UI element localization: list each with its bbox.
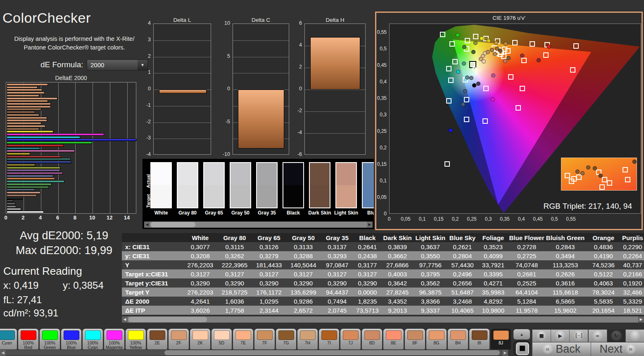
de-formula-dropdown[interactable]: 2000 ▼	[87, 59, 148, 71]
patch-button-8f[interactable]: 8F	[405, 329, 425, 349]
table-cell: 0,2728	[509, 242, 545, 251]
patch-button-8j[interactable]: 8J	[491, 329, 511, 349]
column-header: Gray 65	[252, 233, 286, 242]
table-cell: 0,3262	[217, 251, 252, 260]
scroll-left-icon[interactable]: ◀	[144, 222, 150, 228]
table-cell: 0,4003	[381, 269, 414, 278]
deltae-bar	[7, 161, 71, 163]
gridline	[154, 73, 211, 73]
swatch-label: Gray 80	[174, 210, 201, 216]
measured-dot	[487, 39, 491, 43]
table-cell: 0,3127	[217, 269, 252, 278]
target-square-marker	[444, 161, 450, 167]
table-cell: 0,7494	[321, 297, 354, 306]
patch-button-5d[interactable]: 5D	[211, 329, 232, 349]
chevron-left-icon: «	[543, 344, 553, 354]
swatch-label: Gray 50	[227, 210, 254, 216]
patch-button-100-green[interactable]: 100% Green	[40, 329, 60, 349]
play-button[interactable]: ▶	[551, 330, 569, 342]
scroll-left-icon[interactable]: ◀	[122, 316, 128, 323]
patch-button-2f[interactable]: 2F	[169, 329, 189, 349]
measured-dot	[491, 97, 495, 101]
table-cell: 35,9983	[478, 288, 508, 297]
patch-button-8d[interactable]: 8D	[362, 329, 382, 349]
patch-button-8g[interactable]: 8G	[426, 329, 447, 349]
x-tick-label: 12	[103, 215, 116, 221]
swatch-target	[363, 185, 374, 207]
measured-dot	[476, 82, 480, 86]
next-button[interactable]: Next »	[591, 342, 644, 356]
scroll-left-icon[interactable]: ◀	[0, 350, 6, 356]
deltae-x-axis: 02468101214	[6, 215, 142, 221]
swatch-scrollbar[interactable]: ◀ ▶	[144, 222, 373, 228]
x-tick-label: 2	[17, 215, 29, 221]
table-cell: 78,3024	[586, 288, 622, 297]
patch-button-100-magenta[interactable]: 100% Magenta	[104, 329, 124, 349]
x-tick-label: 10	[86, 215, 98, 221]
scroll-right-icon[interactable]: ▶	[367, 222, 373, 228]
deltae-bar	[7, 191, 40, 194]
patch-button-2k[interactable]: 2K	[190, 329, 210, 349]
patch-button-100-red[interactable]: 100% Red	[18, 329, 38, 349]
back-button[interactable]: « Back	[532, 342, 591, 356]
table-scrollbar-thumb[interactable]	[128, 317, 207, 322]
patch-button-7h[interactable]: 7H	[297, 329, 318, 349]
gridline	[233, 57, 289, 57]
patch-button-7g[interactable]: 7G	[276, 329, 296, 349]
table-cell: 5,1284	[509, 297, 545, 306]
column-header: Bluish Green	[545, 233, 586, 242]
table-cell: 96,3875	[414, 288, 447, 297]
patch-button-100-yellow[interactable]: 100% Yellow	[126, 329, 146, 349]
chevron-down-icon[interactable]: ▼	[138, 60, 147, 70]
inset-measured-dot	[632, 160, 637, 164]
toolbar-scrollbar-thumb[interactable]	[164, 350, 500, 355]
y-tick-label: -4	[139, 151, 151, 157]
swatch-target	[231, 185, 250, 207]
table-cell: 2,6572	[286, 306, 321, 315]
patch-button-cyan[interactable]: Cyan	[0, 329, 17, 349]
column-header: Black	[354, 233, 381, 242]
swatch-actual	[310, 163, 330, 185]
patch-button-100-blue[interactable]: 100% Blue	[61, 329, 81, 349]
table-row: y: CIE310,32080,32620,32790,32880,32930,…	[122, 251, 644, 260]
x-tick-label: 0,25	[463, 216, 480, 222]
table-cell: 1,6036	[217, 297, 252, 306]
range-button[interactable]: [··]	[569, 330, 588, 342]
patch-button-8h[interactable]: 8H	[448, 329, 468, 349]
display-mode-button[interactable]	[513, 341, 530, 356]
gridline	[75, 83, 76, 213]
patch-button-2e[interactable]: 2E	[147, 329, 167, 349]
patch-button-8i[interactable]: 8I	[469, 329, 490, 349]
table-cell: 0,5122	[586, 269, 622, 278]
patch-button-7i[interactable]: 7I	[319, 329, 339, 349]
swatch-scrollbar-thumb[interactable]	[151, 222, 195, 227]
toolbar-scrollbar[interactable]: ◀ ▶	[0, 350, 508, 356]
measured-dot	[482, 59, 486, 64]
square-key-icon	[516, 342, 529, 355]
scroll-right-icon[interactable]: ▶	[638, 316, 644, 323]
deltae-bar	[7, 106, 51, 108]
patch-button-100-cyan[interactable]: 100% Cyan	[83, 329, 103, 349]
target-square-marker	[483, 86, 489, 91]
stop-icon: ■	[536, 330, 547, 341]
patch-button-7e[interactable]: 7E	[233, 329, 253, 349]
table-cell: 0,1920	[621, 278, 644, 288]
patch-button-7f[interactable]: 7F	[254, 329, 275, 349]
table-cell: 33,7921	[478, 260, 508, 269]
blank-button[interactable]	[625, 330, 644, 342]
patch-button-7j[interactable]: 7J	[340, 329, 361, 349]
collapse-toolbar-button[interactable]: ▲	[513, 329, 530, 339]
table-cell: 0,2525	[509, 278, 545, 288]
scroll-right-icon[interactable]: ▶	[502, 350, 508, 356]
y-tick-label: -1	[139, 102, 151, 108]
table-scrollbar[interactable]: ◀ ▶	[122, 316, 644, 323]
table-cell: 0,2804	[447, 251, 478, 260]
loop-button[interactable]: ∞	[588, 330, 607, 342]
patch-button-8e[interactable]: 8E	[383, 329, 404, 349]
table-cell: 0,3137	[321, 242, 354, 251]
sync-button[interactable]: ↻	[607, 330, 625, 342]
gridline	[110, 83, 110, 213]
table-row: ΔE 20004,26411,60361,02950,92860,74941,8…	[122, 297, 644, 306]
stop-button[interactable]: ■	[532, 330, 551, 342]
patch-color-swatch	[85, 330, 101, 340]
